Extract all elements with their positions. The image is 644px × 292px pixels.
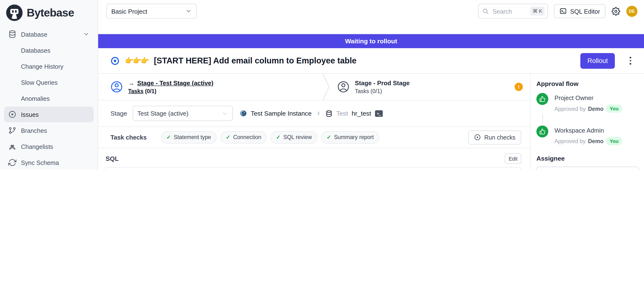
approval-step-project-owner: Project Owner Approved by Demo You [536, 93, 639, 113]
issue-title: [START HERE] Add email column to Employe… [154, 56, 356, 66]
you-badge: You [606, 105, 622, 113]
sidebar-item-label: Database [21, 31, 47, 38]
arrow-icon: → [128, 79, 134, 86]
instance-name[interactable]: Test Sample Instance [251, 110, 312, 117]
stage-divider [322, 74, 330, 100]
chevron-down-icon [83, 31, 90, 38]
stage-select-value: Test Stage (active) [137, 110, 188, 117]
gear-icon[interactable] [612, 7, 620, 15]
user-avatar[interactable]: DE [626, 6, 637, 17]
stage-tasks-count: (0/1) [144, 88, 156, 94]
sidebar-item-label: Databases [21, 47, 50, 54]
check-icon: ✓ [326, 134, 331, 140]
database-icon [8, 30, 16, 38]
issue-side-panel: Approval flow Project Owner Approved by … [530, 74, 644, 170]
check-pill-connection[interactable]: ✓ Connection [220, 131, 266, 143]
open-in-sql-editor-icon[interactable]: >_ [375, 110, 383, 117]
main-area: Basic Project ⌘ K SQL Editor [98, 0, 644, 170]
stage-select[interactable]: Test Stage (active) [132, 106, 233, 121]
sidebar-item-sync-schema[interactable]: Sync Schema [4, 155, 94, 170]
database-name[interactable]: hr_test [352, 110, 371, 117]
thumbs-up-icon [536, 125, 548, 137]
stage-text: → Stage - Test Stage (active) Tasks (0/1… [128, 79, 213, 94]
thumbs-up-icon [536, 93, 548, 105]
sql-editor-button[interactable]: SQL Editor [554, 4, 606, 18]
sidebar-item-databases[interactable]: Databases [4, 42, 94, 58]
search-icon [482, 8, 489, 15]
sidebar-item-label: Issues [21, 111, 39, 118]
sql-edit-button[interactable]: Edit [505, 154, 521, 164]
sync-icon [8, 159, 16, 167]
warning-badge: ! [514, 83, 523, 91]
approver-name: Demo [588, 138, 604, 144]
sidebar-item-anomalies[interactable]: Anomalies [4, 90, 94, 106]
sidebar-item-label: Slow Queries [21, 79, 58, 86]
content-area: → Stage - Test Stage (active) Tasks (0/1… [98, 73, 644, 170]
sidebar-item-slow-queries[interactable]: Slow Queries [4, 74, 94, 90]
search-input[interactable] [492, 7, 527, 15]
check-pill-label: Summary report [334, 134, 374, 140]
stage-tasks-count: Tasks (0/1) [355, 88, 410, 94]
database-icon [325, 110, 332, 117]
issue-title-row: 👉👉👉 [START HERE] Add email column to Emp… [98, 48, 644, 73]
bytebase-logo-icon [6, 5, 23, 21]
terminal-icon [560, 8, 567, 15]
project-selector-value: Basic Project [111, 8, 148, 15]
run-checks-button[interactable]: Run checks [468, 130, 521, 144]
stage-tab-prod[interactable]: Stage - Prod Stage Tasks (0/1) ! [330, 74, 530, 100]
approval-role: Project Owner [554, 94, 622, 101]
status-banner: Waiting to rollout [98, 34, 644, 48]
run-checks-label: Run checks [484, 134, 516, 141]
sidebar-item-label: Branches [21, 127, 47, 134]
top-bar: Basic Project ⌘ K SQL Editor [98, 0, 644, 34]
bytebase-app: Bytebase Database Databases Change Histo… [0, 0, 644, 170]
check-pill-sql-review[interactable]: ✓ SQL review [271, 131, 317, 143]
issue-status-icon [110, 56, 120, 65]
check-pill-label: Connection [233, 134, 261, 140]
sidebar-item-changelists[interactable]: Changelists [4, 138, 94, 154]
sql-code-editor[interactable]: 1ALTER TABLE employee ADD COLUMN IF NOT … [106, 167, 521, 170]
stage-tab-test[interactable]: → Stage - Test Stage (active) Tasks (0/1… [98, 74, 322, 100]
chevron-right-icon [315, 110, 322, 116]
kebab-menu-icon[interactable] [626, 57, 635, 65]
sql-section: SQL Edit 1ALTER TABLE employee ADD COLUM… [98, 148, 530, 170]
approval-connector [542, 114, 543, 124]
stage-picker-label: Stage [110, 110, 127, 117]
sidebar: Bytebase Database Databases Change Histo… [0, 0, 98, 170]
approved-by-label: Approved by [554, 138, 586, 144]
rollout-button[interactable]: Rollout [580, 53, 615, 68]
sql-editor-label: SQL Editor [570, 8, 600, 15]
stage-tasks-link[interactable]: Tasks [128, 88, 143, 94]
sidebar-nav: Database Databases Change History Slow Q… [0, 26, 98, 170]
check-pill-summary-report[interactable]: ✓ Summary report [321, 131, 379, 143]
play-circle-icon [474, 134, 481, 141]
stage-person-icon [110, 81, 123, 93]
assignee-select[interactable]: DE Demo (demo@example [536, 167, 639, 170]
changelist-icon [8, 142, 16, 151]
environment-name: Test [336, 110, 348, 117]
sidebar-item-issues[interactable]: Issues [4, 106, 94, 122]
issue-main-column: → Stage - Test Stage (active) Tasks (0/1… [98, 74, 530, 170]
stage-text: Stage - Prod Stage Tasks (0/1) [355, 79, 410, 94]
stage-name[interactable]: Stage - Test Stage (active) [137, 79, 213, 86]
pointer-emojis: 👉👉👉 [125, 57, 148, 65]
approved-by-label: Approved by [554, 105, 586, 112]
sidebar-item-database[interactable]: Database [4, 26, 94, 42]
stages-row: → Stage - Test Stage (active) Tasks (0/1… [98, 74, 530, 100]
sidebar-item-label: Sync Schema [21, 159, 59, 166]
bytebase-logo[interactable]: Bytebase [0, 0, 98, 26]
you-badge: You [606, 137, 622, 145]
assignee-avatar: DE [540, 170, 550, 170]
sidebar-item-change-history[interactable]: Change History [4, 58, 94, 74]
project-selector[interactable]: Basic Project [106, 4, 196, 19]
check-pill-label: Statement type [174, 134, 211, 140]
approval-role: Workspace Admin [554, 127, 622, 134]
approval-step-workspace-admin: Workspace Admin Approved by Demo You [536, 125, 639, 145]
sidebar-item-branches[interactable]: Branches [4, 122, 94, 138]
search-box[interactable]: ⌘ K [478, 4, 548, 19]
check-pill-statement-type[interactable]: ✓ Statement type [161, 131, 216, 143]
task-checks-row: Task checks ✓ Statement type ✓ Connectio… [98, 127, 530, 148]
approval-status: Approved by Demo You [554, 105, 622, 113]
assignee-heading: Assignee [536, 155, 639, 162]
issue-icon [8, 110, 16, 118]
